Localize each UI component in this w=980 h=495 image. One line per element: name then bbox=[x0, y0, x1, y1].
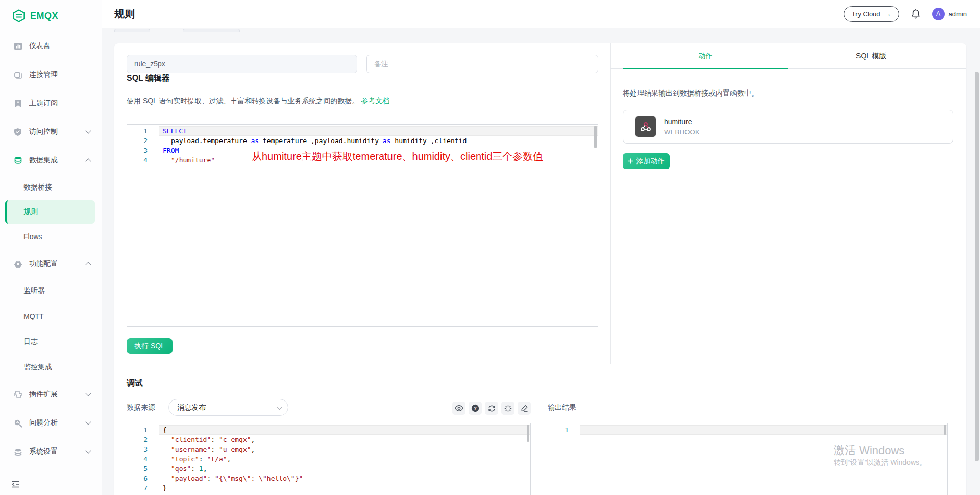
action-type: WEBHOOK bbox=[664, 128, 700, 136]
magnifier-pulse-icon bbox=[13, 418, 22, 428]
sidebar-item-rules[interactable]: 规则 bbox=[5, 200, 95, 224]
chevron-up-icon bbox=[85, 262, 91, 267]
arrow-right-icon: → bbox=[885, 10, 891, 18]
sidebar-item-listeners[interactable]: 监听器 bbox=[0, 278, 102, 303]
avatar: A bbox=[932, 8, 945, 20]
sidebar-item-subscriptions[interactable]: 主题订阅 bbox=[0, 89, 102, 117]
sidebar-item-monitoring-integration[interactable]: 监控集成 bbox=[0, 355, 102, 380]
sidebar-item-flows[interactable]: Flows bbox=[0, 224, 102, 249]
page-title: 规则 bbox=[114, 7, 135, 21]
tab-sql-template[interactable]: SQL 模版 bbox=[789, 43, 954, 68]
sql-annotation-text: 从humiture主题中获取temerature、humidity、client… bbox=[252, 150, 543, 163]
bookmark-plus-icon bbox=[13, 99, 22, 108]
webhook-icon bbox=[635, 116, 656, 137]
bell-icon[interactable] bbox=[911, 9, 921, 19]
doc-link[interactable]: 参考文档 bbox=[361, 97, 389, 105]
brand-name: EMQX bbox=[30, 11, 58, 21]
debug-title: 调试 bbox=[127, 378, 143, 389]
sidebar-item-feature-config[interactable]: 功能配置 bbox=[0, 249, 102, 278]
chevron-down-icon bbox=[85, 447, 91, 453]
header: 规则 Try Cloud → A admin bbox=[102, 0, 980, 28]
actions-description: 将处理结果输出到数据桥接或内置函数中。 bbox=[623, 89, 758, 98]
horizontal-divider bbox=[114, 364, 966, 364]
shield-icon bbox=[13, 127, 22, 136]
sidebar-item-connections[interactable]: 连接管理 bbox=[0, 60, 102, 89]
sidebar-menu: 仪表盘 连接管理 主题订阅 访问控制 数据集成 数据桥接 规则 Flows bbox=[0, 32, 102, 466]
output-result-label: 输出结果 bbox=[548, 403, 576, 412]
page-scrollbar[interactable] bbox=[975, 72, 979, 461]
try-cloud-button[interactable]: Try Cloud → bbox=[844, 6, 899, 22]
remark-input[interactable] bbox=[366, 55, 598, 73]
sidebar-item-access-control[interactable]: 访问控制 bbox=[0, 117, 102, 146]
debug-toolbar: ? bbox=[452, 402, 531, 415]
sidebar-item-dashboard[interactable]: 仪表盘 bbox=[0, 32, 102, 60]
chevron-down-icon bbox=[85, 419, 91, 425]
rule-editor-card: SQL 编辑器 使用 SQL 语句实时提取、过滤、丰富和转换设备与业务系统之间的… bbox=[114, 43, 966, 495]
user-menu[interactable]: A admin bbox=[932, 8, 967, 20]
gear-icon bbox=[13, 259, 22, 268]
data-source-label: 数据来源 bbox=[127, 403, 155, 412]
editor-scrollbar-thumb[interactable] bbox=[944, 425, 946, 435]
collapse-sidebar-icon[interactable] bbox=[11, 480, 20, 488]
sidebar: EMQX 仪表盘 连接管理 主题订阅 访问控制 数据集成 数据桥接 bbox=[0, 0, 102, 495]
sidebar-item-data-integration[interactable]: 数据集成 bbox=[0, 146, 102, 175]
sql-editor-title: SQL 编辑器 bbox=[127, 73, 170, 84]
windows-activation-watermark: 激活 Windows bbox=[834, 443, 904, 458]
connections-icon bbox=[13, 70, 22, 79]
editor-scrollbar-thumb[interactable] bbox=[527, 425, 529, 442]
chevron-up-icon bbox=[85, 158, 91, 164]
data-source-select[interactable]: 消息发布 bbox=[168, 399, 288, 416]
database-icon bbox=[13, 156, 22, 165]
chevron-down-icon bbox=[277, 404, 282, 409]
sidebar-footer bbox=[0, 473, 102, 495]
scrolled-tab-remnant bbox=[114, 29, 150, 32]
format-sparkle-icon[interactable] bbox=[501, 402, 514, 415]
plus-icon bbox=[628, 158, 633, 164]
sidebar-item-log[interactable]: 日志 bbox=[0, 329, 102, 355]
scrolled-tab-remnant bbox=[183, 29, 240, 32]
refresh-icon[interactable] bbox=[485, 402, 498, 415]
dashboard-icon bbox=[13, 41, 22, 51]
chevron-down-icon bbox=[85, 390, 91, 396]
sidebar-item-plugins[interactable]: 插件扩展 bbox=[0, 380, 102, 409]
action-card-webhook[interactable]: humiture WEBHOOK bbox=[623, 110, 953, 144]
help-question-icon[interactable]: ? bbox=[469, 402, 482, 415]
puzzle-icon bbox=[13, 390, 22, 399]
sidebar-item-mqtt[interactable]: MQTT bbox=[0, 303, 102, 329]
actions-tabbar: 动作 SQL 模版 bbox=[610, 43, 966, 69]
svg-text:?: ? bbox=[474, 405, 477, 411]
rule-name-input[interactable] bbox=[127, 55, 357, 73]
brand-logo[interactable]: EMQX bbox=[0, 0, 102, 32]
preview-eye-icon[interactable] bbox=[452, 402, 465, 415]
edit-pencil-icon[interactable] bbox=[518, 402, 531, 415]
debug-input-editor[interactable]: 1{2"clientid": "c_emqx",3"username": "u_… bbox=[127, 423, 531, 495]
editor-scrollbar-thumb[interactable] bbox=[594, 126, 597, 148]
layers-icon bbox=[13, 447, 22, 456]
sidebar-item-data-bridge[interactable]: 数据桥接 bbox=[0, 175, 102, 200]
emqx-logo-icon bbox=[12, 9, 26, 22]
vertical-divider bbox=[610, 43, 611, 364]
user-name: admin bbox=[949, 10, 967, 18]
execute-sql-button[interactable]: 执行 SQL bbox=[127, 338, 173, 354]
action-name: humiture bbox=[664, 117, 700, 126]
sql-editor-description: 使用 SQL 语句实时提取、过滤、丰富和转换设备与业务系统之间的数据。 参考文档 bbox=[127, 97, 389, 106]
add-action-button[interactable]: 添加动作 bbox=[623, 153, 670, 169]
sidebar-item-system-settings[interactable]: 系统设置 bbox=[0, 437, 102, 466]
windows-activation-watermark-sub: 转到“设置”以激活 Windows。 bbox=[834, 458, 926, 467]
active-tab-underline bbox=[623, 68, 788, 69]
chevron-down-icon bbox=[85, 128, 91, 133]
sidebar-item-diagnose[interactable]: 问题分析 bbox=[0, 409, 102, 437]
tab-actions[interactable]: 动作 bbox=[623, 43, 789, 68]
sql-code-editor[interactable]: 从humiture主题中获取temerature、humidity、client… bbox=[127, 124, 598, 327]
